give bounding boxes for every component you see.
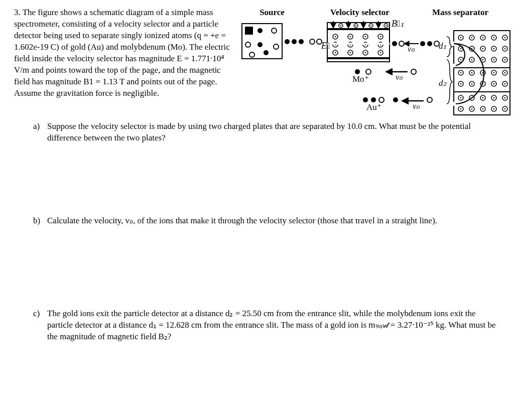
svg-point-7 <box>264 50 269 55</box>
svg-point-126 <box>504 59 506 61</box>
svg-point-59 <box>427 41 432 46</box>
source-box <box>242 24 282 59</box>
svg-point-68 <box>363 97 368 102</box>
svg-point-9 <box>285 39 290 44</box>
part-c-letter: c) <box>33 308 47 343</box>
svg-text:Au⁺: Au⁺ <box>366 102 381 112</box>
svg-point-142 <box>460 108 462 110</box>
svg-point-51 <box>380 52 381 54</box>
problem-intro: 3. The figure shows a schematic diagram … <box>14 7 230 99</box>
figure-label-selector: Velocity selector <box>307 7 413 19</box>
svg-point-137 <box>460 97 462 99</box>
svg-point-70 <box>379 97 384 102</box>
svg-point-69 <box>371 97 376 102</box>
mass-separator-box <box>452 31 510 115</box>
svg-point-140 <box>493 97 495 99</box>
svg-point-119 <box>482 48 484 50</box>
E-vector-label: E⃗ <box>321 41 330 51</box>
svg-point-58 <box>420 41 425 46</box>
svg-point-74 <box>427 97 432 102</box>
beam-1 <box>285 39 322 44</box>
B1-vector-label: B⃗₁ <box>392 20 404 29</box>
figure-label-source: Source <box>237 7 307 19</box>
svg-point-124 <box>482 59 484 61</box>
svg-point-56 <box>399 41 404 46</box>
svg-point-5 <box>258 42 263 47</box>
mo-track: Mo⁺ v₀ <box>352 69 416 84</box>
svg-point-130 <box>493 72 495 74</box>
v0-label-a: v₀ <box>408 45 415 53</box>
svg-point-120 <box>493 48 495 50</box>
d-labels: d₁ d₂ <box>439 37 453 104</box>
svg-point-143 <box>471 108 473 110</box>
svg-point-2 <box>258 28 263 33</box>
svg-point-25 <box>370 25 371 26</box>
svg-point-42 <box>365 36 366 38</box>
part-a-letter: a) <box>33 121 47 144</box>
svg-rect-148 <box>452 102 456 106</box>
svg-point-50 <box>365 52 366 54</box>
beam-straight: v₀ <box>392 41 439 53</box>
svg-point-48 <box>335 52 336 54</box>
mass-spectrometer-diagram: E⃗ B⃗₁ v₀ d₁ d₂ <box>237 20 513 125</box>
svg-point-72 <box>393 97 398 102</box>
svg-point-131 <box>504 72 506 74</box>
svg-point-64 <box>366 69 371 74</box>
svg-point-26 <box>386 25 387 26</box>
svg-point-115 <box>493 37 495 39</box>
svg-point-122 <box>460 59 462 61</box>
svg-point-112 <box>460 37 462 39</box>
svg-point-117 <box>460 48 462 50</box>
svg-point-63 <box>355 69 360 74</box>
svg-point-145 <box>493 108 495 110</box>
velocity-selector-box: E⃗ B⃗₁ <box>321 20 404 62</box>
svg-point-121 <box>504 48 506 50</box>
svg-point-41 <box>350 36 351 38</box>
svg-point-114 <box>482 37 484 39</box>
svg-point-141 <box>504 97 506 99</box>
svg-point-3 <box>272 28 277 33</box>
part-b-letter: b) <box>33 215 47 227</box>
svg-point-116 <box>504 37 506 39</box>
svg-point-67 <box>411 69 416 74</box>
svg-point-133 <box>471 83 473 85</box>
svg-rect-14 <box>327 23 390 29</box>
svg-point-40 <box>335 36 336 38</box>
svg-rect-1 <box>245 27 253 35</box>
svg-point-4 <box>245 42 250 47</box>
svg-text:Mo⁺: Mo⁺ <box>352 74 369 84</box>
svg-point-123 <box>471 59 473 61</box>
svg-point-6 <box>249 52 254 57</box>
svg-point-127 <box>460 72 462 74</box>
svg-point-113 <box>471 37 473 39</box>
svg-point-132 <box>460 83 462 85</box>
svg-point-139 <box>482 97 484 99</box>
v0-label-c: v₀ <box>413 102 420 110</box>
au-track: Au⁺ v₀ <box>363 97 432 112</box>
svg-point-8 <box>274 44 279 49</box>
svg-point-135 <box>493 83 495 85</box>
svg-point-24 <box>355 25 356 26</box>
svg-point-11 <box>299 39 304 44</box>
svg-point-128 <box>471 72 473 74</box>
svg-point-55 <box>392 41 397 46</box>
v0-label-b: v₀ <box>396 73 403 81</box>
part-c-body: The gold ions exit the particle detector… <box>47 308 503 343</box>
svg-rect-147 <box>452 64 456 68</box>
svg-point-125 <box>493 59 495 61</box>
svg-point-43 <box>380 36 381 38</box>
svg-point-10 <box>292 39 297 44</box>
part-b-body: Calculate the velocity, v₀, of the ions … <box>47 215 503 227</box>
svg-text:d₁: d₁ <box>439 41 446 51</box>
svg-point-12 <box>310 39 315 44</box>
svg-rect-54 <box>327 59 390 62</box>
svg-point-23 <box>340 25 341 26</box>
svg-point-136 <box>504 83 506 85</box>
svg-point-146 <box>504 108 506 110</box>
figure-label-separator: Mass separator <box>413 7 511 19</box>
svg-point-144 <box>482 108 484 110</box>
svg-point-49 <box>350 52 351 54</box>
svg-text:d₂: d₂ <box>439 78 447 88</box>
